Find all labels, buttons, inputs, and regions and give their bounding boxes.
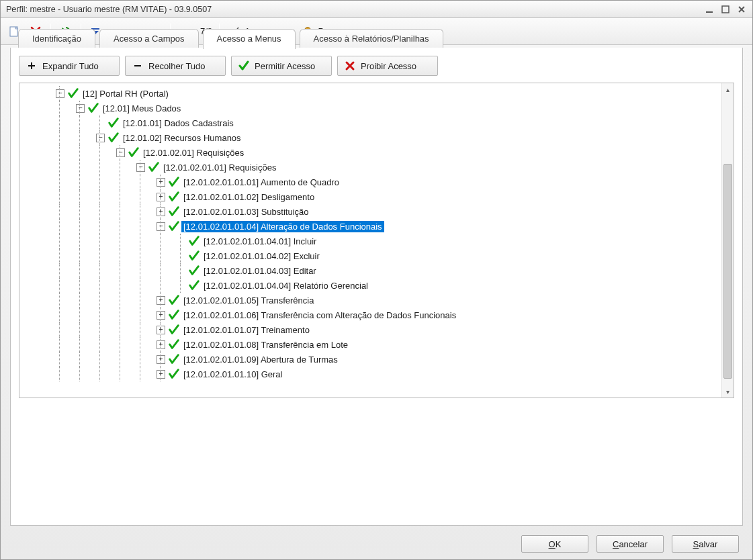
tree-view[interactable]: −[12] Portal RH (Portal)−[12.01] Meus Da… (19, 83, 734, 398)
tree-node-label: [12.01.02.01.01.04.01] Incluir (202, 236, 318, 247)
collapse-icon[interactable]: − (76, 104, 85, 113)
tab-label: Identificação (32, 34, 81, 44)
expand-icon[interactable]: + (157, 355, 165, 364)
save-button[interactable]: Salvar (672, 535, 739, 553)
collapse-icon[interactable]: − (96, 134, 105, 142)
tab-bar: Identificação Acesso a Campos Acesso a M… (18, 29, 443, 48)
tree-node[interactable]: [12.01.01] Dados Cadastrais (22, 115, 721, 130)
tab-label: Acesso a Campos (114, 34, 185, 44)
tab-acesso-relatorios[interactable]: Acesso à Relatórios/Planilhas (300, 29, 443, 48)
collapse-all-button[interactable]: Recolher Tudo (125, 56, 226, 76)
tree-node-label: [12.01.01] Dados Cadastrais (121, 118, 236, 129)
close-button[interactable] (734, 3, 750, 15)
allowed-check-icon (67, 87, 79, 99)
allowed-check-icon (188, 279, 200, 291)
tree-node-label: [12.01.02] Recursos Humanos (121, 132, 243, 144)
tree-node[interactable]: −[12.01.02.01] Requisições (22, 145, 721, 160)
button-label: Permitir Acesso (255, 61, 315, 71)
expand-icon[interactable]: + (157, 326, 165, 334)
allowed-check-icon (107, 132, 120, 144)
window-title: Perfil: mestre - Usuario mestre (RM VITA… (6, 5, 701, 14)
tree-node[interactable]: [12.01.02.01.01.04.01] Incluir (22, 234, 721, 248)
tree-node[interactable]: +[12.01.02.01.01.09] Abertura de Turmas (22, 352, 721, 367)
tree-node[interactable]: +[12.01.02.01.01.01] Aumento de Quadro (22, 175, 721, 189)
ok-button[interactable]: OK (521, 535, 588, 553)
tree-node[interactable]: +[12.01.02.01.01.05] Transferência (22, 293, 721, 308)
tree-node-label: [12.01.02.01] Requisições (141, 147, 246, 158)
expand-icon[interactable]: + (157, 207, 165, 216)
tree-node-label: [12.01.02.01.01.04] Alteração de Dados F… (181, 221, 384, 232)
tree-node[interactable]: +[12.01.02.01.01.02] Desligamento (22, 189, 721, 204)
tree-node[interactable]: +[12.01.02.01.01.03] Substituição (22, 204, 721, 219)
minimize-button[interactable] (701, 3, 717, 15)
expand-icon[interactable]: + (157, 178, 165, 187)
allowed-check-icon (188, 235, 200, 247)
no-children-icon (177, 281, 185, 290)
allowed-check-icon (168, 205, 180, 218)
window-frame: Perfil: mestre - Usuario mestre (RM VITA… (0, 0, 753, 560)
tab-acesso-menus[interactable]: Acesso a Menus (203, 29, 296, 49)
tree-node-label: [12.01.02.01.01.01] Aumento de Quadro (181, 177, 341, 188)
cancel-button[interactable]: Cancelar (596, 535, 664, 553)
titlebar: Perfil: mestre - Usuario mestre (RM VITA… (1, 1, 752, 18)
collapse-icon[interactable]: − (157, 222, 165, 231)
allowed-check-icon (168, 338, 180, 351)
tree-node[interactable]: −[12.01] Meus Dados (22, 101, 721, 115)
x-red-icon (345, 60, 355, 71)
tab-acesso-campos[interactable]: Acesso a Campos (99, 29, 199, 48)
tree-node[interactable]: [12.01.02.01.01.04.03] Editar (22, 263, 721, 278)
collapse-icon[interactable]: − (56, 89, 64, 98)
tree-node-label: [12.01.02.01.01.07] Treinamento (181, 324, 312, 336)
tree-node[interactable]: [12.01.02.01.01.04.02] Excluir (22, 248, 721, 263)
collapse-icon[interactable]: − (136, 163, 145, 172)
tab-identificacao[interactable]: Identificação (18, 29, 95, 48)
tree-node-label: [12.01.02.01.01.05] Transferência (181, 295, 316, 306)
expand-icon[interactable]: + (157, 193, 165, 201)
tree-node[interactable]: +[12.01.02.01.01.07] Treinamento (22, 322, 721, 337)
allowed-check-icon (168, 220, 180, 232)
deny-access-button[interactable]: Proibir Acesso (337, 56, 438, 76)
allowed-check-icon (168, 309, 180, 321)
tree-node-label: [12.01.02.01.01.06] Transferência com Al… (181, 310, 458, 321)
tree-node[interactable]: −[12.01.02] Recursos Humanos (22, 130, 721, 145)
close-icon (738, 5, 746, 13)
minus-icon (132, 60, 143, 71)
scrollbar-thumb[interactable] (723, 164, 732, 379)
tree-node-label: [12.01.02.01.01.04.03] Editar (202, 265, 318, 277)
tree-node[interactable]: −[12.01.02.01.01.04] Alteração de Dados … (22, 219, 721, 234)
tree-node[interactable]: −[12.01.02.01.01] Requisições (22, 160, 721, 175)
no-children-icon (177, 237, 185, 246)
tree-node[interactable]: [12.01.02.01.01.04.04] Relatório Gerenci… (22, 278, 721, 293)
tree-node[interactable]: +[12.01.02.01.01.08] Transferência em Lo… (22, 337, 721, 352)
expand-icon[interactable]: + (157, 340, 165, 349)
tree-node-label: [12.01.02.01.01.03] Substituição (181, 206, 310, 218)
allowed-check-icon (128, 146, 140, 158)
button-label: Expandir Tudo (42, 61, 99, 71)
maximize-icon (721, 5, 729, 13)
tree-node[interactable]: −[12] Portal RH (Portal) (22, 86, 721, 101)
scroll-up-arrow-icon[interactable]: ▴ (722, 83, 734, 95)
expand-icon[interactable]: + (157, 296, 165, 305)
plus-icon (26, 60, 37, 71)
allowed-check-icon (168, 191, 180, 203)
expand-icon[interactable]: + (157, 311, 165, 320)
scroll-down-arrow-icon[interactable]: ▾ (722, 385, 734, 398)
collapse-icon[interactable]: − (116, 148, 125, 157)
button-label: Recolher Tudo (148, 61, 206, 71)
svg-rect-1 (722, 6, 729, 13)
maximize-button[interactable] (717, 3, 734, 15)
tree-node-label: [12.01.02.01.01.09] Abertura de Turmas (181, 354, 340, 365)
tree-node[interactable]: +[12.01.02.01.01.06] Transferência com A… (22, 308, 721, 322)
expand-all-button[interactable]: Expandir Tudo (19, 56, 120, 76)
allowed-check-icon (168, 324, 180, 336)
allow-access-button[interactable]: Permitir Acesso (231, 56, 332, 76)
no-children-icon (177, 267, 185, 275)
expand-icon[interactable]: + (157, 370, 165, 379)
vertical-scrollbar[interactable]: ▴ ▾ (721, 83, 734, 398)
no-children-icon (177, 252, 185, 261)
allowed-check-icon (168, 176, 180, 188)
tree-node-label: [12.01] Meus Dados (101, 103, 183, 114)
tree-node[interactable]: +[12.01.02.01.01.10] Geral (22, 367, 721, 381)
tree-node-label: [12.01.02.01.01.02] Desligamento (181, 191, 316, 203)
no-children-icon (96, 119, 105, 128)
